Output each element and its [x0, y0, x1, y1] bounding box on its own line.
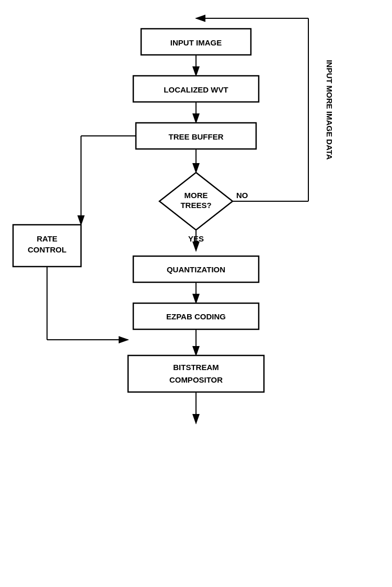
- no-label: NO: [236, 191, 248, 200]
- ezpab-coding-label: EZPAB CODING: [166, 312, 226, 321]
- bitstream-label2: COMPOSITOR: [169, 375, 223, 384]
- bitstream-compositor-box: [128, 355, 264, 392]
- more-trees-label1: MORE: [185, 191, 208, 200]
- input-image-label: INPUT IMAGE: [170, 38, 222, 47]
- input-more-image-data-label: INPUT MORE IMAGE DATA: [325, 60, 334, 159]
- quantization-label: QUANTIZATION: [167, 265, 225, 274]
- rate-control-label1: RATE: [37, 234, 57, 243]
- bitstream-label1: BITSTREAM: [173, 363, 219, 372]
- rate-control-label2: CONTROL: [28, 245, 66, 254]
- diagram-container: INPUT IMAGE LOCALIZED WVT TREE BUFFER MO…: [0, 0, 392, 587]
- tree-buffer-label: TREE BUFFER: [169, 132, 224, 141]
- localized-wvt-label: LOCALIZED WVT: [164, 85, 228, 94]
- more-trees-label2: TREES?: [180, 201, 211, 210]
